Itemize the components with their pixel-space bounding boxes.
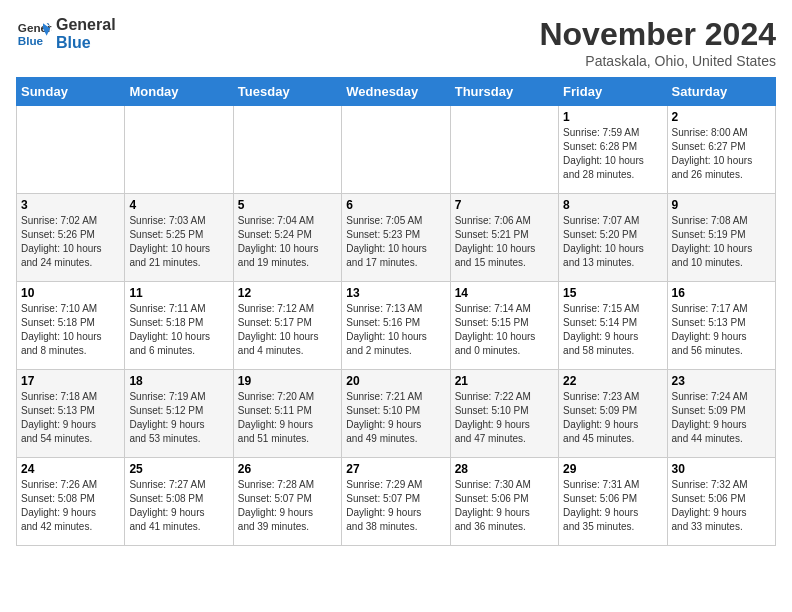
day-number: 14 [455, 286, 554, 300]
calendar-cell: 21Sunrise: 7:22 AM Sunset: 5:10 PM Dayli… [450, 370, 558, 458]
weekday-header-sunday: Sunday [17, 78, 125, 106]
day-info: Sunrise: 7:11 AM Sunset: 5:18 PM Dayligh… [129, 302, 228, 358]
day-info: Sunrise: 7:21 AM Sunset: 5:10 PM Dayligh… [346, 390, 445, 446]
day-info: Sunrise: 7:22 AM Sunset: 5:10 PM Dayligh… [455, 390, 554, 446]
day-info: Sunrise: 7:29 AM Sunset: 5:07 PM Dayligh… [346, 478, 445, 534]
weekday-header-friday: Friday [559, 78, 667, 106]
calendar-cell: 2Sunrise: 8:00 AM Sunset: 6:27 PM Daylig… [667, 106, 775, 194]
day-number: 20 [346, 374, 445, 388]
calendar-cell: 22Sunrise: 7:23 AM Sunset: 5:09 PM Dayli… [559, 370, 667, 458]
calendar-cell: 9Sunrise: 7:08 AM Sunset: 5:19 PM Daylig… [667, 194, 775, 282]
calendar-week-row: 1Sunrise: 7:59 AM Sunset: 6:28 PM Daylig… [17, 106, 776, 194]
day-number: 1 [563, 110, 662, 124]
calendar-cell: 5Sunrise: 7:04 AM Sunset: 5:24 PM Daylig… [233, 194, 341, 282]
day-number: 29 [563, 462, 662, 476]
day-info: Sunrise: 7:30 AM Sunset: 5:06 PM Dayligh… [455, 478, 554, 534]
day-number: 21 [455, 374, 554, 388]
day-number: 6 [346, 198, 445, 212]
calendar-cell: 12Sunrise: 7:12 AM Sunset: 5:17 PM Dayli… [233, 282, 341, 370]
day-number: 3 [21, 198, 120, 212]
day-number: 30 [672, 462, 771, 476]
day-info: Sunrise: 7:04 AM Sunset: 5:24 PM Dayligh… [238, 214, 337, 270]
day-info: Sunrise: 7:18 AM Sunset: 5:13 PM Dayligh… [21, 390, 120, 446]
day-info: Sunrise: 7:03 AM Sunset: 5:25 PM Dayligh… [129, 214, 228, 270]
day-number: 16 [672, 286, 771, 300]
calendar-cell: 25Sunrise: 7:27 AM Sunset: 5:08 PM Dayli… [125, 458, 233, 546]
calendar-cell: 13Sunrise: 7:13 AM Sunset: 5:16 PM Dayli… [342, 282, 450, 370]
calendar-cell [450, 106, 558, 194]
weekday-header-wednesday: Wednesday [342, 78, 450, 106]
page-header: General Blue General Blue November 2024 … [16, 16, 776, 69]
day-info: Sunrise: 8:00 AM Sunset: 6:27 PM Dayligh… [672, 126, 771, 182]
calendar-cell [233, 106, 341, 194]
weekday-header-tuesday: Tuesday [233, 78, 341, 106]
calendar-week-row: 17Sunrise: 7:18 AM Sunset: 5:13 PM Dayli… [17, 370, 776, 458]
day-number: 11 [129, 286, 228, 300]
calendar-cell: 18Sunrise: 7:19 AM Sunset: 5:12 PM Dayli… [125, 370, 233, 458]
day-info: Sunrise: 7:14 AM Sunset: 5:15 PM Dayligh… [455, 302, 554, 358]
calendar-week-row: 10Sunrise: 7:10 AM Sunset: 5:18 PM Dayli… [17, 282, 776, 370]
logo-general: General [56, 16, 116, 34]
location-text: Pataskala, Ohio, United States [539, 53, 776, 69]
calendar-week-row: 24Sunrise: 7:26 AM Sunset: 5:08 PM Dayli… [17, 458, 776, 546]
day-info: Sunrise: 7:20 AM Sunset: 5:11 PM Dayligh… [238, 390, 337, 446]
calendar-cell: 26Sunrise: 7:28 AM Sunset: 5:07 PM Dayli… [233, 458, 341, 546]
day-number: 25 [129, 462, 228, 476]
day-info: Sunrise: 7:31 AM Sunset: 5:06 PM Dayligh… [563, 478, 662, 534]
day-number: 12 [238, 286, 337, 300]
day-info: Sunrise: 7:15 AM Sunset: 5:14 PM Dayligh… [563, 302, 662, 358]
calendar-cell [125, 106, 233, 194]
day-number: 24 [21, 462, 120, 476]
day-info: Sunrise: 7:32 AM Sunset: 5:06 PM Dayligh… [672, 478, 771, 534]
calendar-cell: 8Sunrise: 7:07 AM Sunset: 5:20 PM Daylig… [559, 194, 667, 282]
calendar-cell: 17Sunrise: 7:18 AM Sunset: 5:13 PM Dayli… [17, 370, 125, 458]
logo-icon: General Blue [16, 16, 52, 52]
title-block: November 2024 Pataskala, Ohio, United St… [539, 16, 776, 69]
day-info: Sunrise: 7:59 AM Sunset: 6:28 PM Dayligh… [563, 126, 662, 182]
day-info: Sunrise: 7:27 AM Sunset: 5:08 PM Dayligh… [129, 478, 228, 534]
calendar-cell: 11Sunrise: 7:11 AM Sunset: 5:18 PM Dayli… [125, 282, 233, 370]
day-number: 27 [346, 462, 445, 476]
calendar-cell: 3Sunrise: 7:02 AM Sunset: 5:26 PM Daylig… [17, 194, 125, 282]
calendar-cell: 16Sunrise: 7:17 AM Sunset: 5:13 PM Dayli… [667, 282, 775, 370]
calendar-cell: 14Sunrise: 7:14 AM Sunset: 5:15 PM Dayli… [450, 282, 558, 370]
calendar-cell: 1Sunrise: 7:59 AM Sunset: 6:28 PM Daylig… [559, 106, 667, 194]
calendar-cell: 30Sunrise: 7:32 AM Sunset: 5:06 PM Dayli… [667, 458, 775, 546]
calendar-cell: 6Sunrise: 7:05 AM Sunset: 5:23 PM Daylig… [342, 194, 450, 282]
calendar-cell: 27Sunrise: 7:29 AM Sunset: 5:07 PM Dayli… [342, 458, 450, 546]
day-number: 26 [238, 462, 337, 476]
calendar-cell: 23Sunrise: 7:24 AM Sunset: 5:09 PM Dayli… [667, 370, 775, 458]
day-info: Sunrise: 7:17 AM Sunset: 5:13 PM Dayligh… [672, 302, 771, 358]
calendar-cell [17, 106, 125, 194]
calendar-week-row: 3Sunrise: 7:02 AM Sunset: 5:26 PM Daylig… [17, 194, 776, 282]
day-info: Sunrise: 7:10 AM Sunset: 5:18 PM Dayligh… [21, 302, 120, 358]
month-title: November 2024 [539, 16, 776, 53]
day-number: 4 [129, 198, 228, 212]
day-number: 18 [129, 374, 228, 388]
day-info: Sunrise: 7:28 AM Sunset: 5:07 PM Dayligh… [238, 478, 337, 534]
day-info: Sunrise: 7:26 AM Sunset: 5:08 PM Dayligh… [21, 478, 120, 534]
weekday-header-saturday: Saturday [667, 78, 775, 106]
svg-text:Blue: Blue [18, 34, 44, 47]
calendar-header-row: SundayMondayTuesdayWednesdayThursdayFrid… [17, 78, 776, 106]
weekday-header-monday: Monday [125, 78, 233, 106]
day-number: 8 [563, 198, 662, 212]
logo: General Blue General Blue [16, 16, 116, 52]
day-number: 5 [238, 198, 337, 212]
day-info: Sunrise: 7:19 AM Sunset: 5:12 PM Dayligh… [129, 390, 228, 446]
day-number: 10 [21, 286, 120, 300]
calendar-cell: 29Sunrise: 7:31 AM Sunset: 5:06 PM Dayli… [559, 458, 667, 546]
day-number: 2 [672, 110, 771, 124]
day-info: Sunrise: 7:05 AM Sunset: 5:23 PM Dayligh… [346, 214, 445, 270]
day-info: Sunrise: 7:12 AM Sunset: 5:17 PM Dayligh… [238, 302, 337, 358]
logo-blue: Blue [56, 34, 116, 52]
day-info: Sunrise: 7:23 AM Sunset: 5:09 PM Dayligh… [563, 390, 662, 446]
day-info: Sunrise: 7:06 AM Sunset: 5:21 PM Dayligh… [455, 214, 554, 270]
day-number: 17 [21, 374, 120, 388]
day-info: Sunrise: 7:08 AM Sunset: 5:19 PM Dayligh… [672, 214, 771, 270]
calendar-cell: 4Sunrise: 7:03 AM Sunset: 5:25 PM Daylig… [125, 194, 233, 282]
day-number: 15 [563, 286, 662, 300]
calendar-cell: 19Sunrise: 7:20 AM Sunset: 5:11 PM Dayli… [233, 370, 341, 458]
day-number: 13 [346, 286, 445, 300]
day-info: Sunrise: 7:13 AM Sunset: 5:16 PM Dayligh… [346, 302, 445, 358]
